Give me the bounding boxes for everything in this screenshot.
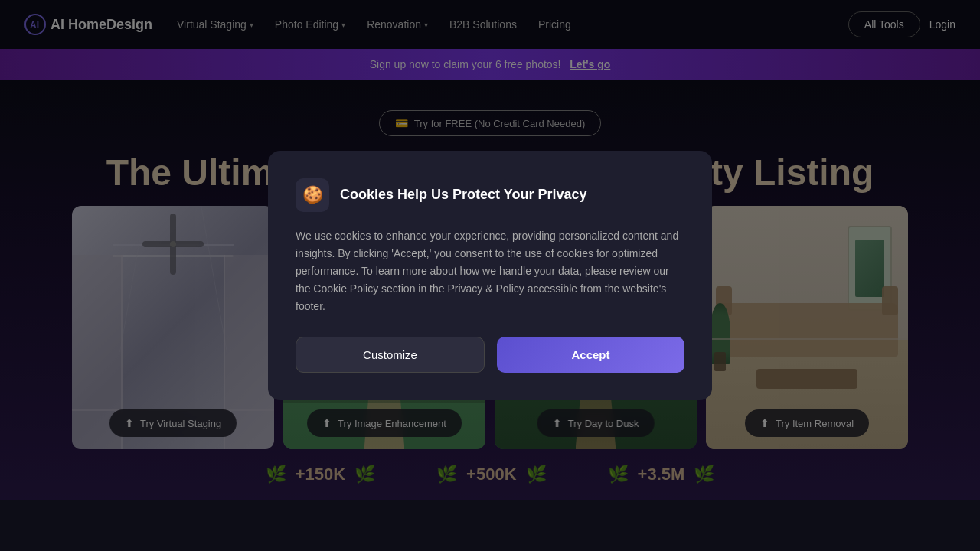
modal-title: Cookies Help Us Protect Your Privacy [340,187,586,203]
modal-overlay: 🍪 Cookies Help Us Protect Your Privacy W… [0,0,980,551]
customize-button[interactable]: Customize [296,337,485,373]
accept-button[interactable]: Accept [497,337,684,373]
modal-body: We use cookies to enhance your experienc… [296,227,684,315]
cookie-modal: 🍪 Cookies Help Us Protect Your Privacy W… [268,151,712,400]
cookie-icon: 🍪 [296,178,329,212]
modal-footer: Customize Accept [296,337,684,373]
modal-header: 🍪 Cookies Help Us Protect Your Privacy [296,178,684,212]
